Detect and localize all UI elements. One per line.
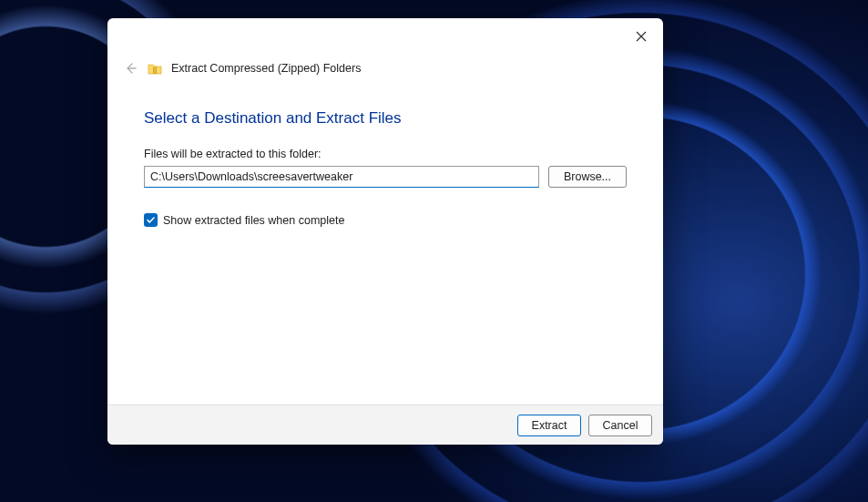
destination-path-input[interactable] <box>144 166 539 188</box>
extract-button[interactable]: Extract <box>517 415 581 436</box>
wizard-title: Extract Compressed (Zipped) Folders <box>171 62 361 75</box>
titlebar <box>107 18 663 55</box>
arrow-left-icon <box>124 62 137 75</box>
show-files-checkbox-label: Show extracted files when complete <box>163 214 344 227</box>
show-files-checkbox[interactable] <box>144 213 158 227</box>
destination-label: Files will be extracted to this folder: <box>144 148 627 160</box>
extract-dialog: Extract Compressed (Zipped) Folders Sele… <box>107 18 663 445</box>
page-heading: Select a Destination and Extract Files <box>144 109 627 128</box>
close-icon <box>636 31 647 42</box>
checkmark-icon <box>146 215 156 225</box>
back-button[interactable] <box>122 60 138 77</box>
zipped-folder-icon <box>148 61 162 76</box>
destination-row: Browse... <box>144 166 627 188</box>
close-button[interactable] <box>628 24 654 49</box>
show-files-checkbox-row: Show extracted files when complete <box>144 213 627 227</box>
browse-button[interactable]: Browse... <box>548 166 627 188</box>
dialog-content: Select a Destination and Extract Files F… <box>107 82 663 405</box>
wizard-header: Extract Compressed (Zipped) Folders <box>107 55 663 82</box>
svg-rect-2 <box>153 67 154 74</box>
svg-rect-3 <box>156 67 157 74</box>
dialog-footer: Extract Cancel <box>107 405 663 445</box>
cancel-button[interactable]: Cancel <box>588 415 652 436</box>
